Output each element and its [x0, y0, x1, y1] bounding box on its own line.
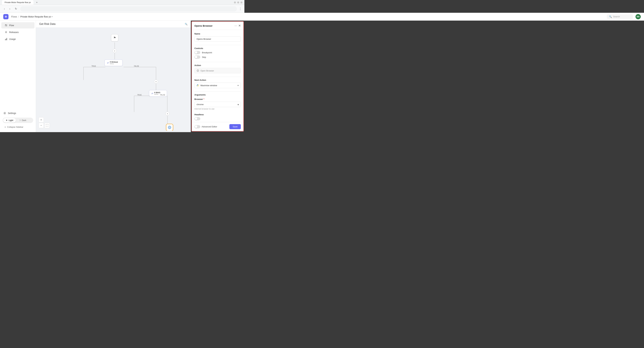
back-button[interactable]: ‹ — [2, 7, 6, 11]
name-label: Name — [194, 33, 241, 35]
collapse-label: Collapse Sidebar — [7, 126, 23, 128]
if-ibais-label: If IBAIS — [154, 92, 160, 94]
sidebar-usage-label: Usage — [9, 38, 16, 40]
breadcrumb-current[interactable]: Private Motor Requote flow yo ▾ — [20, 15, 52, 18]
panel-more-button[interactable]: ⋯ — [234, 24, 237, 27]
releases-icon — [4, 31, 8, 34]
light-theme-button[interactable]: ☀ Light — [3, 118, 16, 123]
sidebar-releases-label: Releases — [9, 31, 18, 34]
skip-toggle[interactable] — [194, 56, 200, 59]
maximize-button[interactable] — [237, 2, 239, 4]
ibais-true-h — [134, 96, 150, 96]
close-icon: ✕ — [238, 24, 241, 27]
panel-footer: Advanced Editor Save — [192, 122, 244, 131]
sidebar-item-releases[interactable]: Releases — [1, 29, 34, 35]
python-icon — [196, 84, 199, 87]
connector-right — [156, 84, 156, 90]
usage-icon — [4, 38, 8, 41]
svg-rect-2 — [5, 40, 6, 40]
action-field-group: Action Open Browser — [194, 64, 241, 73]
ibais-false-v — [167, 96, 168, 112]
panel-body: Name Controls Breakpoint Skip Action — [192, 30, 244, 122]
false-line-h — [124, 67, 156, 67]
if-ibais-icon: ⇄ — [152, 92, 153, 95]
add-button-right[interactable]: + — [154, 80, 158, 84]
connector-2 — [114, 53, 115, 59]
browser-tabs: Private Motor Requote flow yo + — [2, 0, 39, 5]
add-button-ibais-false[interactable]: + — [166, 112, 170, 116]
zoom-in-icon: + — [40, 118, 42, 121]
sidebar-item-usage[interactable]: Usage — [1, 36, 34, 42]
advanced-editor-label: Advanced Editor — [202, 125, 217, 128]
false-label-2: FALSE — [160, 94, 165, 96]
next-action-field-group: Next Action Maximise window ▾ — [194, 79, 241, 88]
add-button-1[interactable]: + — [113, 49, 117, 53]
canvas-area[interactable]: ⚑ + ⇄ If Winbeat If/Else — [36, 28, 191, 131]
reload-button[interactable]: ↻ — [14, 7, 18, 11]
controls-field-group: Controls Breakpoint Skip — [194, 47, 241, 59]
name-input[interactable] — [194, 36, 241, 42]
true-label-2: TRUE — [137, 94, 142, 96]
start-icon-box[interactable]: ⚑ — [111, 34, 118, 41]
dark-theme-button[interactable]: ☽ Dark — [16, 118, 29, 123]
collapse-sidebar[interactable]: « Collapse Sidebar — [1, 124, 34, 130]
more-icon: ⋯ — [234, 24, 237, 27]
save-button[interactable]: Save — [229, 124, 241, 129]
if-winbeat-box[interactable]: ⇄ If Winbeat If/Else — [104, 60, 122, 66]
url-bar[interactable] — [20, 6, 237, 12]
action-value: Open Browser — [200, 70, 214, 72]
breakpoint-row: Breakpoint — [194, 51, 241, 54]
close-button[interactable] — [240, 2, 242, 4]
breadcrumb-flows[interactable]: Flows — [11, 15, 17, 18]
breadcrumb-separator: / — [18, 15, 19, 18]
sidebar-item-flow[interactable]: Flow — [1, 22, 34, 29]
nav-bar: ‹ › ↻ ⋮ — [0, 5, 244, 13]
opens-browser-box[interactable] — [166, 124, 173, 131]
flow-icon — [4, 24, 8, 27]
canvas-header: Get Risk Data 🔍 — [36, 21, 191, 28]
canvas-search-button[interactable]: 🔍 — [185, 23, 188, 25]
sidebar-settings[interactable]: Settings — [1, 110, 34, 116]
canvas-title: Get Risk Data — [39, 23, 56, 26]
fullscreen-button[interactable]: ⛶ — [44, 123, 50, 128]
zoom-out-icon: − — [40, 124, 42, 127]
sidebar-bottom: Settings ☀ Light ☽ Dark « Collapse Sideb… — [0, 109, 36, 131]
opens-browser-node: Opens Browser Open Browser — [163, 124, 176, 131]
false-line-v — [156, 67, 156, 80]
moon-icon: ☽ — [19, 119, 21, 122]
breakpoint-label: Breakpoint — [202, 51, 212, 54]
panel-close-button[interactable]: ✕ — [238, 24, 241, 28]
new-tab-button[interactable]: + — [35, 1, 39, 4]
advanced-editor-switch[interactable] — [194, 125, 200, 128]
browser-window-controls — [234, 2, 242, 4]
arguments-label: Arguments — [194, 94, 241, 96]
browser-select[interactable]: chrome firefox edge safari — [194, 102, 241, 107]
browser-field-group: Browser * chrome firefox edge safari Int… — [194, 98, 241, 110]
minimize-button[interactable] — [234, 2, 236, 4]
start-node: ⚑ — [111, 34, 118, 41]
next-action-label: Next Action — [194, 79, 241, 81]
headless-field-group: Headless Run in headless mode — [194, 113, 241, 122]
browser-field-label: Browser * — [194, 98, 241, 100]
connector-1 — [114, 42, 115, 49]
browser-tab[interactable]: Private Motor Requote flow yo — [2, 0, 34, 5]
zoom-out-button[interactable]: − — [38, 123, 44, 128]
app-logo — [3, 14, 8, 19]
zoom-in-button[interactable]: + — [38, 117, 44, 123]
next-action-inner: Maximise window — [196, 84, 217, 87]
settings-label: Settings — [8, 112, 16, 115]
advanced-editor-toggle: Advanced Editor — [194, 125, 217, 128]
theme-toggle: ☀ Light ☽ Dark — [2, 118, 33, 123]
next-action-button[interactable]: Maximise window ▾ — [194, 83, 241, 88]
forward-button[interactable]: › — [8, 7, 12, 11]
breakpoint-toggle[interactable] — [194, 51, 200, 54]
nav-more-button[interactable]: ⋮ — [239, 7, 242, 11]
action-display: Open Browser — [194, 68, 241, 73]
save-label: Save — [233, 125, 238, 128]
collapse-icon: « — [4, 126, 6, 128]
headless-toggle[interactable] — [194, 117, 200, 120]
skip-label: Skip — [202, 56, 206, 58]
headless-row — [194, 117, 241, 120]
dark-label: Dark — [22, 119, 26, 122]
settings-icon — [3, 112, 6, 115]
